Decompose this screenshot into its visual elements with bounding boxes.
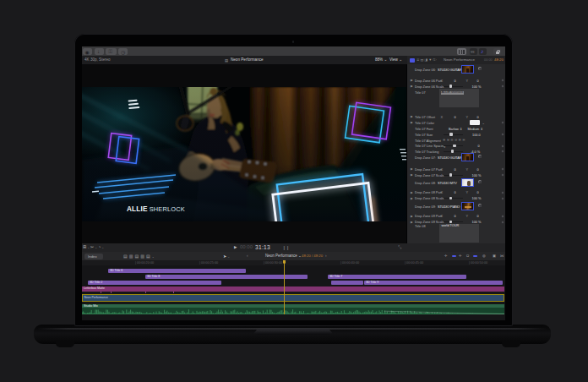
- svg-text:ALLIESHERLOCK: ALLIESHERLOCK: [127, 205, 185, 213]
